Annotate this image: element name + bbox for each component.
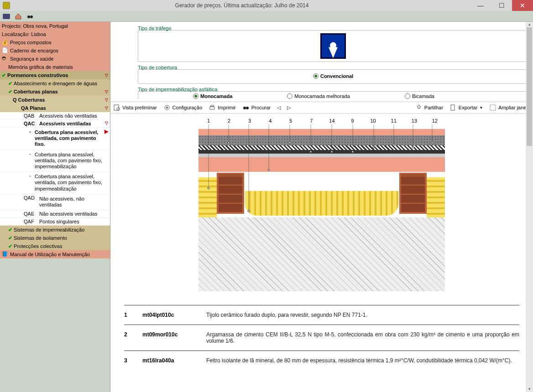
tree-q[interactable]: Q Coberturas▽ — [0, 96, 110, 104]
radio-convencional[interactable]: Convencional — [313, 73, 353, 79]
book-icon: 📘 — [2, 251, 8, 258]
tree-label: Cobertura plana acessível, ventilada, co… — [35, 173, 108, 193]
print-button[interactable]: Imprimir — [209, 104, 236, 111]
bullet: - — [29, 173, 35, 193]
svg-rect-0 — [3, 14, 10, 19]
coins-icon: 💰 — [2, 39, 8, 46]
sidebar-item-seguranca[interactable]: ⛑Segurança e saúde — [0, 55, 110, 63]
diagram-num: 10 — [368, 118, 379, 124]
content-area: ? ▴▾ Tipo de tráfego Tipo de cobertura C… — [110, 22, 533, 392]
diagram-num: 13 — [409, 118, 420, 124]
trafego-label: Tipo de tráfego — [138, 26, 172, 31]
sidebar-label: Memória gráfica de materiais — [8, 64, 73, 70]
legend-desc: Feltro isolante de lã mineral, de 80 mm … — [206, 357, 519, 364]
sidebar-item-memoria[interactable]: Memória gráfica de materiais — [0, 63, 110, 71]
radio-monocamada-melhorada[interactable]: Monocamada melhorada — [287, 93, 350, 99]
sidebar-sub-abastecimento[interactable]: ✔ Abastecimento e drenagem de águas — [0, 79, 110, 88]
maximize-button[interactable]: ☐ — [491, 0, 512, 11]
search-button[interactable]: Procurar — [242, 104, 271, 111]
radio-monocamada[interactable]: Monocamada — [193, 93, 232, 99]
radio-icon — [313, 73, 319, 79]
tree-code: QAD — [24, 195, 39, 209]
chevron-down-icon: ▽ — [105, 89, 108, 94]
sidebar-section-pormenores[interactable]: ✔ Pormenores construtivos▽ — [0, 71, 110, 79]
sidebar-sub-coberturas[interactable]: ✔ Coberturas planas▽ — [0, 88, 110, 96]
sidebar-manual[interactable]: 📘Manual de Utilização e Manutenção — [0, 250, 110, 258]
sidebar-isolamento[interactable]: ✔ Sistemas de isolamento — [0, 234, 110, 242]
sidebar-impermeab[interactable]: ✔ Sistemas de impermeabilização — [0, 226, 110, 234]
binoculars-icon[interactable] — [26, 12, 35, 21]
helmet-icon: ⛑ — [2, 56, 8, 62]
tree-label: Não acessíveis ventiladas — [39, 211, 97, 217]
bullet: - — [29, 129, 35, 149]
tree-qae[interactable]: QAENão acessíveis ventiladas — [0, 210, 110, 218]
export-button[interactable]: Exportar▼ — [449, 104, 483, 111]
tree-qaf[interactable]: QAFPontos singulares — [0, 218, 110, 226]
diagram-num: 2 — [224, 118, 235, 124]
pedestrian-icon[interactable] — [320, 33, 346, 59]
scrollbar-vertical[interactable]: ▴ ▾ — [526, 22, 533, 392]
radio-label: Monocamada — [200, 93, 232, 99]
svg-point-9 — [243, 107, 246, 109]
preview-button[interactable]: Vista preliminar — [113, 104, 157, 111]
tree-code: QAB — [24, 113, 39, 119]
radio-icon — [287, 93, 293, 99]
sidebar-label: Sistemas de impermeabilização — [14, 227, 84, 232]
tree-label: Cobertura plana acessível, ventilada, co… — [35, 129, 105, 149]
minimize-button[interactable]: — — [470, 0, 491, 11]
diagram-num: 11 — [388, 118, 399, 124]
tree-label: Não acessíveis, não ventiladas — [39, 195, 108, 209]
viewer[interactable]: 1 2 3 4 5 7 14 9 10 11 13 12 — [110, 113, 533, 392]
terminal-icon[interactable] — [2, 12, 11, 21]
tree-qac-item-1[interactable]: -Cobertura plana acessível, ventilada, c… — [0, 150, 110, 172]
sidebar-proteccoes[interactable]: ✔ Protecções colectivas — [0, 242, 110, 250]
app-icon — [3, 2, 10, 9]
diagram-num: 5 — [285, 118, 296, 124]
tree-qab[interactable]: QABAcessíveis não ventiladas — [0, 112, 110, 120]
impermeab-group: Tipo de impermeabilização asfáltica Mono… — [138, 86, 528, 99]
radio-icon — [193, 93, 199, 99]
tree-label: Acessíveis ventiladas — [39, 121, 91, 126]
legend-row-3: 3 mt16lra040a Feltro isolante de lã mine… — [124, 351, 519, 370]
scrollbar-thumb[interactable] — [527, 27, 532, 146]
sidebar-label: Segurança e saúde — [10, 56, 53, 62]
sidebar-label: Preços compostos — [10, 40, 51, 45]
app-toolbar — [0, 11, 533, 22]
toolbar-label: Imprimir — [218, 105, 236, 110]
tree-label: Pontos singulares — [39, 219, 79, 224]
project-row[interactable]: Projecto: Obra nova, Portugal — [0, 22, 110, 30]
tree-qac-item-0[interactable]: -Cobertura plana acessível, ventilada, c… — [0, 128, 110, 150]
diagram-num: 1 — [203, 118, 214, 124]
radio-icon — [405, 93, 410, 99]
next-button[interactable]: ▷ — [287, 105, 291, 111]
sidebar-label: Manual de Utilização e Manutenção — [10, 252, 90, 257]
radio-label: Monocamada melhorada — [294, 93, 350, 99]
tree-code: QAF — [24, 219, 39, 224]
tree-qac-item-2[interactable]: -Cobertura plana acessível, ventilada, c… — [0, 172, 110, 194]
expand-button[interactable]: Ampliar janela — [489, 104, 530, 111]
sidebar-item-precos[interactable]: 💰Preços compostos — [0, 38, 110, 46]
share-button[interactable]: Partilhar — [415, 104, 443, 111]
chevron-down-icon: ▽ — [105, 98, 108, 102]
tree-qad[interactable]: QADNão acessíveis, não ventiladas — [0, 194, 110, 210]
sidebar-label: Abastecimento e drenagem de águas — [14, 81, 97, 86]
scroll-down-icon[interactable]: ▾ — [526, 387, 533, 391]
sidebar-label: Coberturas planas — [14, 89, 58, 94]
radio-bicamada[interactable]: Bicamada — [405, 93, 434, 99]
close-button[interactable]: ✕ — [512, 0, 533, 11]
prev-button[interactable]: ◁ — [277, 105, 281, 111]
svg-rect-7 — [210, 107, 214, 109]
scroll-up-icon[interactable]: ▴ — [526, 22, 533, 26]
config-button[interactable]: Configuração — [163, 104, 202, 111]
sidebar-label: Protecções colectivas — [14, 243, 62, 249]
tree-qac[interactable]: QACAcessíveis ventiladas ▽ — [0, 120, 110, 128]
location-row[interactable]: Localização: Lisboa — [0, 30, 110, 38]
concrete-hatch — [199, 217, 445, 291]
sidebar-item-caderno[interactable]: 📄Caderno de encargos — [0, 46, 110, 55]
tree-qa[interactable]: QA Planas▽ — [0, 104, 110, 112]
cobertura-label: Tipo de cobertura — [138, 65, 177, 70]
diagram-num: 3 — [244, 118, 255, 124]
legend-row-2: 2 mt09mor010c Argamassa de cimento CEM I… — [124, 325, 519, 351]
home-icon[interactable] — [14, 12, 23, 21]
viewer-toolbar: Vista preliminar Configuração Imprimir P… — [110, 102, 533, 113]
